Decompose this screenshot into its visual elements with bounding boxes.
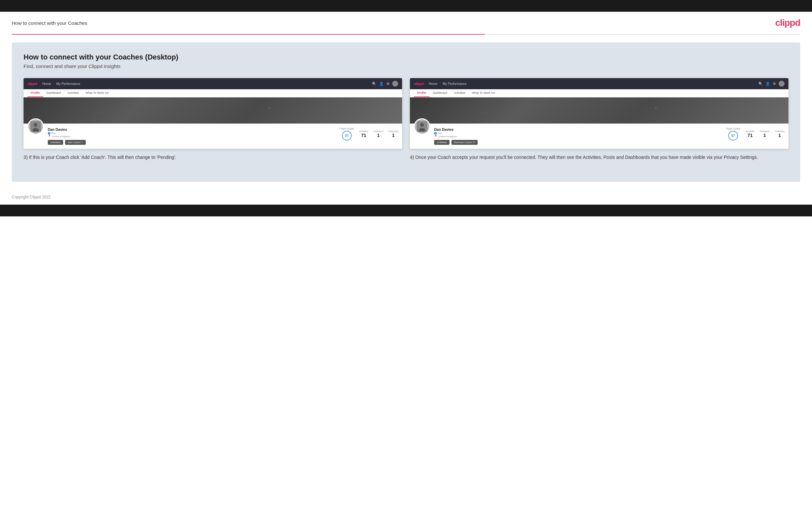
search-icon-left[interactable]: 🔍	[372, 82, 376, 86]
mock-logo-right: clippd	[414, 82, 423, 86]
caption-left: 3) If this is your Coach click 'Add Coac…	[23, 154, 402, 161]
activities-stat-left: Activities 71	[359, 130, 368, 138]
settings-icon-left[interactable]: ⚙	[386, 82, 390, 86]
svg-point-1	[34, 123, 37, 127]
screenshots-row: clippd Home My Performance 🔍 👤 ⚙ Profile…	[23, 78, 789, 161]
mock-nav-right: clippd Home My Performance 🔍 👤 ⚙	[410, 78, 789, 89]
stats-left: Player Quality 97 Activities 71 Follower…	[340, 126, 398, 140]
mock-nav-icons-right: 🔍 👤 ⚙	[758, 81, 784, 87]
banner-overlay-left	[23, 98, 402, 123]
user-tag-right: Pro	[434, 132, 722, 135]
verified-icon-left	[48, 132, 50, 135]
activities-stat-right: Activities 71	[746, 130, 755, 138]
person-icon-left[interactable]: 👤	[379, 82, 384, 86]
avatar-right	[414, 118, 430, 135]
user-name-right: Dan Davies	[434, 127, 722, 131]
logo: clippd	[775, 18, 800, 28]
mock-nav-home-right[interactable]: Home	[428, 82, 438, 86]
followers-stat-left: Followers 1	[373, 130, 383, 138]
stats-right: Player Quality 97 Activities 71 Follower…	[726, 126, 784, 140]
caption-right: 4) Once your Coach accepts your request …	[410, 154, 789, 161]
nav-avatar-left[interactable]	[392, 81, 398, 87]
mock-logo-left: clippd	[28, 82, 37, 86]
mock-nav-performance-left[interactable]: My Performance	[56, 82, 80, 86]
mock-banner-left	[23, 98, 402, 123]
tab-what-to-work-on-right[interactable]: What To Work On	[469, 89, 499, 97]
player-quality-stat-right: Player Quality 97	[726, 127, 740, 140]
tab-activities-left[interactable]: Activities	[64, 89, 83, 97]
user-details-right: Dan Davies Pro 📍 United Kingdom Unfollow…	[434, 126, 722, 145]
banner-overlay-right	[410, 98, 789, 123]
avatar-left	[28, 118, 44, 135]
following-stat-left: Following 1	[388, 130, 398, 138]
screenshot-left-col: clippd Home My Performance 🔍 👤 ⚙ Profile…	[23, 78, 402, 161]
user-name-left: Dan Davies	[48, 127, 336, 131]
verified-icon-right	[434, 132, 437, 135]
bottom-bar	[0, 205, 812, 216]
svg-point-4	[420, 123, 424, 127]
unfollow-button-left[interactable]: Unfollow	[48, 140, 63, 145]
mock-nav-left: clippd Home My Performance 🔍 👤 ⚙	[23, 78, 402, 89]
person-icon-right[interactable]: 👤	[766, 82, 770, 86]
avatar-container-left	[28, 118, 44, 135]
user-location-right: 📍 United Kingdom	[434, 135, 722, 138]
mock-profile-info-left: Dan Davies Pro 📍 United Kingdom Unfollow…	[23, 123, 402, 149]
mock-browser-left: clippd Home My Performance 🔍 👤 ⚙ Profile…	[23, 78, 402, 149]
followers-stat-right: Followers 1	[760, 130, 769, 138]
page-subheading: Find, connect and share your Clippd insi…	[23, 63, 789, 69]
mock-nav-home-left[interactable]: Home	[42, 82, 51, 86]
screenshot-right-col: clippd Home My Performance 🔍 👤 ⚙ Profile…	[410, 78, 789, 161]
top-bar	[0, 0, 812, 12]
mock-banner-right	[410, 98, 789, 123]
remove-coach-button-right[interactable]: Remove Coach ✕	[452, 140, 478, 145]
mock-tabs-right: Profile Dashboard Activities What To Wor…	[410, 89, 789, 98]
user-details-left: Dan Davies Pro 📍 United Kingdom Unfollow…	[48, 126, 336, 145]
copyright: Copyright Clippd 2022	[12, 195, 51, 200]
user-tag-left: Pro	[48, 132, 336, 135]
add-coach-button-left[interactable]: Add Coach +	[65, 140, 86, 145]
tab-what-to-work-on-left[interactable]: What To Work On	[83, 89, 112, 97]
search-icon-right[interactable]: 🔍	[758, 82, 763, 86]
footer: Copyright Clippd 2022	[0, 189, 812, 205]
player-quality-stat-left: Player Quality 97	[340, 127, 354, 140]
header-title: How to connect with your Coaches	[12, 20, 87, 26]
mock-nav-performance-right[interactable]: My Performance	[443, 82, 466, 86]
header: How to connect with your Coaches clippd	[0, 12, 812, 34]
tab-profile-left[interactable]: Profile	[28, 89, 43, 97]
action-buttons-right: Unfollow Remove Coach ✕	[434, 140, 722, 145]
mock-tabs-left: Profile Dashboard Activities What To Wor…	[23, 89, 402, 98]
action-buttons-left: Unfollow Add Coach +	[48, 140, 336, 145]
main-content: How to connect with your Coaches (Deskto…	[12, 43, 800, 182]
settings-icon-right[interactable]: ⚙	[773, 82, 776, 86]
tab-profile-right[interactable]: Profile	[414, 89, 429, 97]
tab-activities-right[interactable]: Activities	[451, 89, 469, 97]
tab-dashboard-right[interactable]: Dashboard	[429, 89, 451, 97]
unfollow-button-right[interactable]: Unfollow	[434, 140, 450, 145]
player-quality-circle-right: 97	[728, 131, 738, 140]
mock-profile-info-right: Dan Davies Pro 📍 United Kingdom Unfollow…	[410, 123, 789, 149]
user-location-left: 📍 United Kingdom	[48, 135, 336, 138]
mock-nav-icons-left: 🔍 👤 ⚙	[372, 81, 398, 87]
following-stat-right: Following 1	[775, 130, 784, 138]
mock-browser-right: clippd Home My Performance 🔍 👤 ⚙ Profile…	[410, 78, 789, 149]
page-heading: How to connect with your Coaches (Deskto…	[23, 53, 789, 61]
avatar-container-right	[414, 118, 430, 135]
nav-avatar-right[interactable]	[779, 81, 784, 87]
header-divider	[12, 34, 800, 35]
player-quality-circle-left: 97	[342, 131, 352, 140]
tab-dashboard-left[interactable]: Dashboard	[43, 89, 64, 97]
